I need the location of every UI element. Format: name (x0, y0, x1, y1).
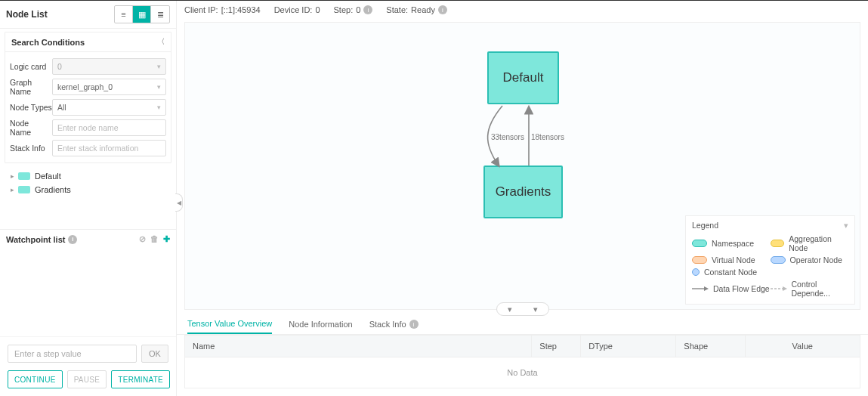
stack-info-input[interactable]: Enter stack information (52, 140, 166, 156)
graph-name-select[interactable]: kernel_graph_0 ▾ (52, 79, 166, 95)
legend-title: Legend (692, 221, 718, 230)
chevron-down-icon[interactable]: ▾ (844, 221, 848, 230)
chevron-right-icon: ▸ (11, 172, 18, 180)
chevron-down-icon: ▾ (157, 63, 161, 70)
prev-icon[interactable]: ▾ (508, 305, 512, 314)
status-state: State:Ready i (386, 5, 447, 14)
info-icon[interactable]: i (363, 5, 372, 14)
canvas-nav-pill[interactable]: ▾ ▾ (496, 302, 549, 316)
edge-up-label: 18tensors (531, 133, 564, 141)
chevron-right-icon: ▸ (11, 186, 18, 193)
next-icon[interactable]: ▾ (533, 305, 538, 314)
status-client-ip: Client IP:[::1]:45934 (184, 5, 261, 14)
tree-item-default[interactable]: ▸ Default (8, 169, 168, 183)
delete-watchpoint-icon[interactable]: 🗑 (150, 234, 159, 244)
view-mode-toggle: ≡ ▦ ≣ (114, 5, 170, 23)
stack-info-label: Stack Info (10, 144, 52, 153)
tensor-table: Name Step DType Shape Value No Data (184, 335, 860, 388)
continue-button[interactable]: CONTINUE (8, 370, 63, 388)
view-detail-button[interactable]: ≣ (151, 6, 169, 23)
th-shape[interactable]: Shape (676, 336, 745, 357)
status-device-id: Device ID:0 (274, 5, 320, 14)
info-icon[interactable]: i (68, 235, 77, 244)
disable-watchpoint-icon[interactable]: ⊘ (139, 234, 146, 244)
search-conditions-header[interactable]: Search Conditions 〈 (5, 32, 171, 52)
table-nodata: No Data (184, 357, 860, 388)
tab-tensor-overview[interactable]: Tensor Value Overview (187, 314, 272, 334)
info-icon[interactable]: i (409, 320, 419, 329)
pause-button: PAUSE (67, 370, 107, 388)
status-step: Step:0 i (334, 5, 373, 14)
view-list-button[interactable]: ≡ (115, 6, 133, 23)
node-types-select[interactable]: All ▾ (52, 99, 166, 116)
tab-node-info[interactable]: Node Information (289, 314, 352, 334)
add-watchpoint-icon[interactable]: ✚ (163, 234, 170, 244)
edge-down-label: 33tensors (491, 133, 524, 141)
search-conditions-label: Search Conditions (11, 38, 85, 47)
tab-stack-info[interactable]: Stack Info i (369, 314, 419, 334)
logic-card-select[interactable]: 0 ▾ (52, 58, 166, 75)
node-name-input[interactable]: Enter node name (52, 119, 166, 136)
node-types-label: Node Types (10, 103, 52, 112)
collapse-sidebar-button[interactable]: ◀ (175, 193, 183, 212)
chevron-down-icon: ▾ (157, 83, 161, 91)
view-grid-button[interactable]: ▦ (133, 6, 151, 23)
node-name-label: Node Name (10, 119, 52, 137)
watchpoint-body (0, 249, 176, 336)
terminate-button[interactable]: TERMINATE (111, 370, 170, 388)
node-list-title: Node List (6, 9, 48, 20)
chevron-down-icon: ▾ (157, 104, 161, 111)
tree-item-gradients[interactable]: ▸ Gradients (8, 183, 168, 196)
namespace-icon (18, 186, 30, 193)
step-input[interactable]: Enter a step value (8, 345, 137, 363)
graph-canvas[interactable]: Default Gradients 33tensors 18tensors Le… (184, 22, 860, 310)
ok-button[interactable]: OK (141, 345, 168, 363)
graph-name-label: Graph Name (10, 78, 52, 96)
th-name[interactable]: Name (185, 336, 532, 357)
th-step[interactable]: Step (532, 336, 581, 357)
th-dtype[interactable]: DType (581, 336, 676, 357)
logic-card-label: Logic card (10, 62, 52, 71)
info-icon[interactable]: i (438, 5, 447, 14)
chevron-up-icon: 〈 (158, 37, 165, 47)
watchpoint-title: Watchpoint list (6, 235, 65, 244)
namespace-icon (18, 172, 30, 180)
th-value[interactable]: Value (746, 336, 860, 357)
legend-panel: Legend ▾ Namespace Aggregation Node Virt… (685, 215, 855, 305)
